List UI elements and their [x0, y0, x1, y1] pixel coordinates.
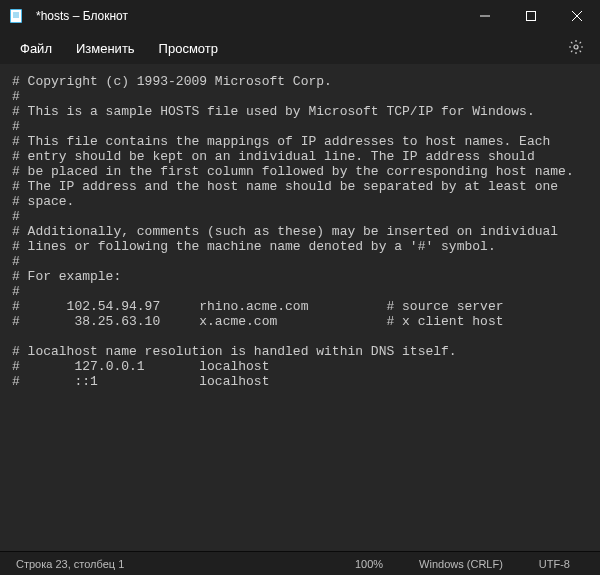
text-editor[interactable]: # Copyright (c) 1993-2009 Microsoft Corp…	[0, 64, 600, 551]
line-ending[interactable]: Windows (CRLF)	[401, 558, 521, 570]
encoding[interactable]: UTF-8	[521, 558, 588, 570]
menu-edit[interactable]: Изменить	[64, 37, 147, 60]
settings-button[interactable]	[560, 35, 592, 62]
menu-file[interactable]: Файл	[8, 37, 64, 60]
close-button[interactable]	[554, 0, 600, 32]
statusbar: Строка 23, столбец 1 100% Windows (CRLF)…	[0, 551, 600, 575]
window-controls	[462, 0, 600, 32]
zoom-level[interactable]: 100%	[337, 558, 401, 570]
maximize-button[interactable]	[508, 0, 554, 32]
window-title: *hosts – Блокнот	[36, 9, 462, 23]
svg-point-9	[574, 45, 578, 49]
cursor-position: Строка 23, столбец 1	[12, 558, 128, 570]
app-icon	[8, 8, 24, 24]
menu-view[interactable]: Просмотр	[147, 37, 230, 60]
minimize-button[interactable]	[462, 0, 508, 32]
titlebar: *hosts – Блокнот	[0, 0, 600, 32]
svg-rect-1	[11, 10, 21, 22]
svg-rect-6	[527, 12, 536, 21]
menubar: Файл Изменить Просмотр	[0, 32, 600, 64]
